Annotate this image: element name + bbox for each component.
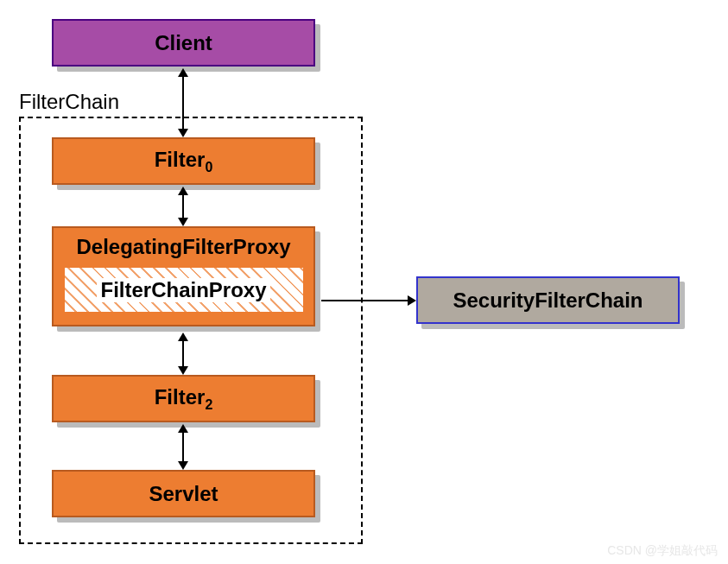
servlet-box: Servlet — [52, 470, 315, 517]
filter0-box: Filter0 — [52, 137, 315, 185]
filter2-label: Filter2 — [155, 385, 213, 413]
servlet-label: Servlet — [149, 482, 218, 506]
arrowhead-down-icon — [178, 461, 188, 470]
arrowhead-up-icon — [178, 68, 188, 77]
arrowhead-right-icon — [408, 295, 416, 306]
security-filter-chain-label: SecurityFilterChain — [453, 288, 643, 313]
filter0-label: Filter0 — [155, 148, 213, 175]
client-box: Client — [52, 19, 315, 67]
arrow-fcp-sfc — [321, 300, 408, 301]
filter-chain-proxy-box: FilterChainProxy — [63, 266, 305, 314]
filter-chain-diagram: Client FilterChain Filter0 DelegatingFil… — [0, 0, 728, 564]
arrow-filter0-dfp — [182, 193, 184, 218]
arrow-filter2-servlet — [182, 431, 184, 461]
filterchain-label: FilterChain — [19, 90, 119, 114]
client-label: Client — [155, 31, 212, 55]
watermark-text: CSDN @学姐敲代码 — [607, 543, 718, 559]
filter-chain-proxy-label: FilterChainProxy — [97, 278, 269, 302]
arrowhead-down-icon — [178, 366, 188, 375]
arrowhead-up-icon — [178, 424, 188, 433]
arrowhead-down-icon — [178, 129, 188, 137]
arrowhead-down-icon — [178, 218, 188, 226]
delegating-filter-proxy-box: DelegatingFilterProxy FilterChainProxy — [52, 226, 315, 326]
arrow-client-filter0 — [182, 75, 184, 129]
delegating-filter-proxy-label: DelegatingFilterProxy — [76, 235, 290, 259]
arrowhead-up-icon — [178, 187, 188, 195]
security-filter-chain-box: SecurityFilterChain — [416, 276, 680, 324]
arrowhead-up-icon — [178, 333, 188, 341]
filter2-box: Filter2 — [52, 375, 315, 422]
arrow-dfp-filter2 — [182, 339, 184, 366]
